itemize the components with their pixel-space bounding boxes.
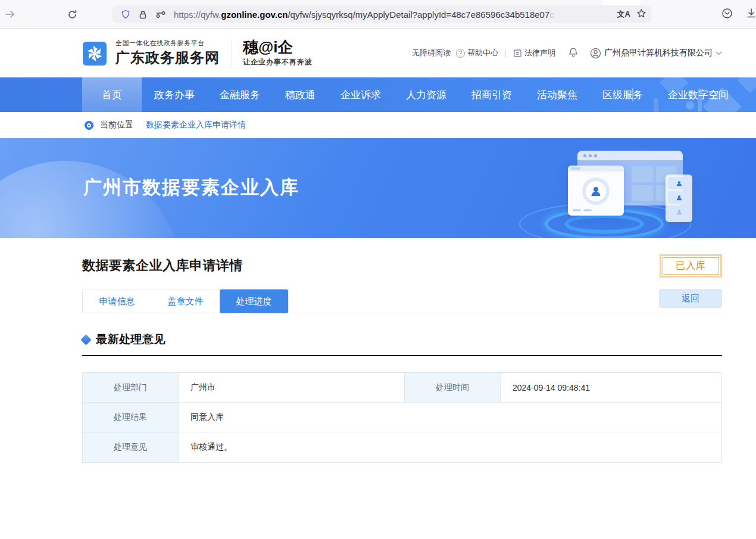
url-text[interactable]: https://qyfw.gzonline.gov.cn/qyfw/sjysqy… (174, 10, 615, 20)
location-bullet-icon (85, 121, 93, 130)
download-icon[interactable] (746, 8, 756, 21)
platform-tagline: 全国一体化在线政务服务平台 (115, 39, 220, 48)
document-icon (513, 49, 522, 58)
nav-item-digital-space[interactable]: 企业数字空间 (655, 77, 741, 112)
user-icon (590, 48, 601, 59)
detail-tabs: 申请信息 盖章文件 处理进度 返回 (82, 289, 722, 313)
nav-item-human-resources[interactable]: 人力资源 (393, 77, 459, 112)
account-menu[interactable]: 广州鼎甲计算机科技有限公司 (590, 48, 722, 59)
nav-item-activities[interactable]: 活动聚焦 (524, 77, 590, 112)
banner-illustration (560, 144, 702, 238)
main-content: 数据要素企业入库申请详情 已入库 申请信息 盖章文件 处理进度 返回 最新处理意… (0, 238, 756, 463)
url-domain: gzonline.gov.cn (221, 10, 288, 20)
gov-logo[interactable]: 全国一体化在线政务服务平台 广东政务服务网 (82, 39, 220, 67)
avatar-icon (589, 185, 602, 198)
processing-opinion-table: 处理部门 广州市 处理时间 2024-09-14 09:48:41 处理结果 同… (82, 372, 722, 463)
time-value-cell: 2024-09-14 09:48:41 (501, 373, 721, 403)
section-title: 最新处理意见 (96, 332, 165, 347)
translate-icon[interactable]: 文A (617, 9, 630, 20)
diamond-marker-icon (80, 334, 91, 345)
forward-icon[interactable] (4, 8, 17, 21)
brand-logo[interactable]: 穗@i企 让企业办事不再奔波 (243, 39, 313, 67)
status-badge-label: 已入库 (663, 257, 719, 275)
banner-title: 广州市数据要素企业入库 (83, 175, 299, 200)
nav-item-district-services[interactable]: 区级服务 (590, 77, 655, 112)
legal-label: 法律声明 (524, 48, 555, 58)
address-bar[interactable]: https://qyfw.gzonline.gov.cn/qyfw/sjysqy… (112, 5, 651, 23)
help-label: 帮助中心 (467, 48, 498, 58)
reload-icon[interactable] (65, 8, 79, 21)
result-label-cell: 处理结果 (83, 403, 179, 432)
page-title: 数据要素企业入库申请详情 (82, 257, 243, 275)
pinwheel-logo-icon (82, 39, 110, 67)
nav-item-suizhengtong[interactable]: 穗政通 (273, 77, 328, 112)
permissions-icon[interactable] (155, 11, 166, 18)
nav-item-home[interactable]: 首页 (82, 77, 142, 112)
nav-item-gov-affairs[interactable]: 政务办事 (142, 77, 207, 112)
chevron-down-icon (716, 51, 722, 55)
shield-icon[interactable] (121, 10, 130, 19)
nav-item-finance[interactable]: 金融服务 (207, 77, 273, 112)
brand-slogan: 让企业办事不再奔波 (243, 57, 313, 67)
illustration-list-card (666, 175, 692, 222)
section-divider (82, 355, 722, 356)
nav-item-investment[interactable]: 招商引资 (459, 77, 524, 112)
help-center-link[interactable]: ? 帮助中心 (456, 48, 498, 58)
status-badge: 已入库 (660, 254, 722, 278)
help-icon: ? (456, 49, 465, 58)
legal-notice-link[interactable]: 法律声明 (513, 48, 555, 58)
opinion-label-cell: 处理意见 (83, 432, 179, 462)
platform-name: 广东政务服务网 (115, 48, 220, 67)
avatar-icon (676, 194, 683, 201)
tab-processing-progress[interactable]: 处理进度 (220, 289, 288, 313)
avatar-icon (676, 180, 683, 187)
header-divider (232, 39, 232, 67)
url-path: /qyfw/sjysqyrksq/myApplyDetail?applyId=4… (288, 10, 549, 20)
accessibility-label: 无障碍阅读 (412, 48, 451, 58)
lock-icon[interactable] (139, 10, 147, 19)
url-prefix: https://qyfw. (174, 10, 221, 20)
tab-stamped-files[interactable]: 盖章文件 (151, 289, 220, 313)
dept-value-cell: 广州市 (179, 373, 405, 403)
illustration-card (568, 166, 624, 216)
nav-item-enterprise-appeal[interactable]: 企业诉求 (328, 77, 393, 112)
breadcrumb-current-link[interactable]: 数据要素企业入库申请详情 (146, 120, 246, 130)
breadcrumb: 当前位置 数据要素企业入库申请详情 (0, 112, 756, 138)
dept-label-cell: 处理部门 (83, 373, 179, 403)
tab-application-info[interactable]: 申请信息 (83, 289, 151, 313)
main-navigation: 首页 政务办事 金融服务 穗政通 企业诉求 人力资源 招商引资 活动聚焦 区级服… (0, 77, 756, 112)
back-button[interactable]: 返回 (659, 289, 722, 308)
opinion-value-cell: 审核通过。 (179, 432, 721, 462)
pocket-icon[interactable] (721, 8, 733, 21)
result-value-cell: 同意入库 (179, 403, 721, 432)
url-truncated: c (549, 10, 554, 20)
browser-toolbar: https://qyfw.gzonline.gov.cn/qyfw/sjysqy… (0, 0, 756, 29)
bookmark-star-icon[interactable] (636, 8, 646, 21)
avatar-icon (676, 208, 683, 216)
brand-name: 穗@i企 (243, 39, 313, 55)
company-name: 广州鼎甲计算机科技有限公司 (604, 48, 713, 58)
site-header: 全国一体化在线政务服务平台 广东政务服务网 穗@i企 让企业办事不再奔波 无障碍… (0, 29, 756, 77)
notification-bell-icon[interactable] (568, 47, 579, 60)
header-link-separator (505, 49, 506, 57)
breadcrumb-label: 当前位置 (100, 120, 133, 130)
page-banner: 广州市数据要素企业入库 (0, 138, 756, 238)
time-label-cell: 处理时间 (404, 373, 501, 403)
accessibility-link[interactable]: 无障碍阅读 (412, 48, 451, 58)
